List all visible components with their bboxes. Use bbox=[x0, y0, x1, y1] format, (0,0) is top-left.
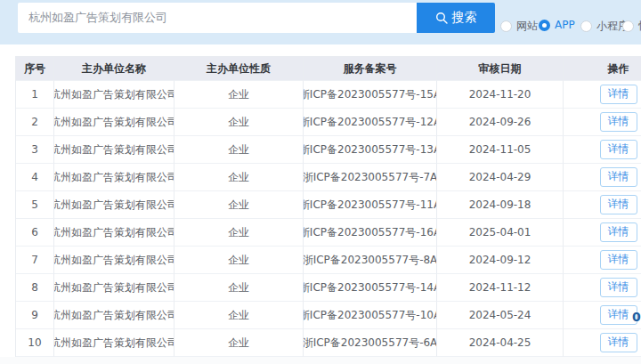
radio-app[interactable]: APP bbox=[539, 19, 575, 31]
cell-organizer-nature: 企业 bbox=[174, 136, 304, 164]
cell-license-number: 浙ICP备2023005577号-10A bbox=[304, 302, 437, 329]
cell-license-number: 浙ICP备2023005577号-8A bbox=[304, 247, 437, 274]
search-bar: 搜索 网站 APP 小程序 快应用 bbox=[0, 0, 641, 44]
cell-license-number: 浙ICP备2023005577号-13A bbox=[304, 136, 437, 164]
cell-license-number: 浙ICP备2023005577号-16A bbox=[304, 219, 437, 247]
cell-index: 8 bbox=[16, 274, 54, 302]
cell-license-number: 浙ICP备2023005577号-14A bbox=[304, 274, 437, 302]
detail-button[interactable]: 详情 bbox=[600, 85, 637, 104]
table-row: 10 杭州如盈广告策划有限公司 企业 浙ICP备2023005577号-6A 2… bbox=[16, 329, 641, 357]
table-row: 1 杭州如盈广告策划有限公司 企业 浙ICP备2023005577号-15A 2… bbox=[16, 81, 641, 109]
cell-license-number: 浙ICP备2023005577号-12A bbox=[304, 109, 437, 136]
cell-review-date: 2024-09-18 bbox=[437, 191, 564, 219]
radio-unselected-icon bbox=[580, 20, 592, 32]
cell-review-date: 2024-04-25 bbox=[437, 329, 564, 357]
page-bottom-strip bbox=[0, 357, 641, 364]
cell-organizer-name: 杭州如盈广告策划有限公司 bbox=[54, 81, 174, 109]
radio-website[interactable]: 网站 bbox=[500, 19, 538, 34]
cell-review-date: 2024-11-05 bbox=[437, 136, 564, 164]
table-header-row: 序号 主办单位名称 主办单位性质 服务备案号 审核日期 操作 bbox=[16, 57, 641, 81]
header-license-number: 服务备案号 bbox=[304, 57, 437, 81]
cell-organizer-name: 杭州如盈广告策划有限公司 bbox=[54, 136, 174, 164]
table-row: 6 杭州如盈广告策划有限公司 企业 浙ICP备2023005577号-16A 2… bbox=[16, 219, 641, 247]
cell-organizer-nature: 企业 bbox=[174, 274, 304, 302]
radio-app-label: APP bbox=[555, 19, 575, 31]
cell-review-date: 2024-09-12 bbox=[437, 247, 564, 274]
header-organizer-name: 主办单位名称 bbox=[54, 57, 174, 81]
cell-organizer-name: 杭州如盈广告策划有限公司 bbox=[54, 109, 174, 136]
search-button-label: 搜索 bbox=[452, 10, 477, 26]
cell-index: 9 bbox=[16, 302, 54, 329]
header-review-date: 审核日期 bbox=[437, 57, 564, 81]
detail-button[interactable]: 详情 bbox=[600, 250, 637, 270]
detail-button[interactable]: 详情 bbox=[600, 140, 637, 159]
cell-index: 3 bbox=[16, 136, 54, 164]
radio-unselected-icon bbox=[500, 20, 512, 32]
cell-organizer-nature: 企业 bbox=[174, 81, 304, 109]
cell-index: 2 bbox=[16, 109, 54, 136]
cell-organizer-nature: 企业 bbox=[174, 302, 304, 329]
cell-organizer-nature: 企业 bbox=[174, 164, 304, 191]
cell-index: 5 bbox=[16, 191, 54, 219]
detail-button[interactable]: 详情 bbox=[600, 167, 637, 187]
detail-button[interactable]: 详情 bbox=[600, 278, 637, 297]
radio-unselected-icon bbox=[622, 20, 634, 32]
cell-license-number: 浙ICP备2023005577号-7A bbox=[304, 164, 437, 191]
cell-review-date: 2024-11-20 bbox=[437, 81, 564, 109]
cell-organizer-nature: 企业 bbox=[174, 191, 304, 219]
stray-text: 0 bbox=[632, 310, 641, 324]
cell-organizer-name: 杭州如盈广告策划有限公司 bbox=[54, 329, 174, 357]
cell-review-date: 2024-09-26 bbox=[437, 109, 564, 136]
cell-organizer-nature: 企业 bbox=[174, 247, 304, 274]
detail-button[interactable]: 详情 bbox=[600, 222, 637, 242]
radio-selected-icon bbox=[539, 20, 550, 31]
cell-index: 6 bbox=[16, 219, 54, 247]
cell-organizer-name: 杭州如盈广告策划有限公司 bbox=[54, 191, 174, 219]
cell-organizer-name: 杭州如盈广告策划有限公司 bbox=[54, 302, 174, 329]
cell-review-date: 2025-04-01 bbox=[437, 219, 564, 247]
search-button[interactable]: 搜索 bbox=[417, 3, 495, 33]
detail-button[interactable]: 详情 bbox=[600, 112, 637, 132]
radio-quickapp[interactable]: 快应用 bbox=[622, 19, 641, 34]
search-box: 搜索 bbox=[18, 3, 495, 33]
cell-organizer-name: 杭州如盈广告策划有限公司 bbox=[54, 219, 174, 247]
cell-review-date: 2024-11-12 bbox=[437, 274, 564, 302]
table-row: 5 杭州如盈广告策划有限公司 企业 浙ICP备2023005577号-11A 2… bbox=[16, 191, 641, 219]
cell-index: 10 bbox=[16, 329, 54, 357]
cell-organizer-name: 杭州如盈广告策划有限公司 bbox=[54, 274, 174, 302]
cell-organizer-name: 杭州如盈广告策划有限公司 bbox=[54, 164, 174, 191]
cell-organizer-nature: 企业 bbox=[174, 219, 304, 247]
results-table: 序号 主办单位名称 主办单位性质 服务备案号 审核日期 操作 1 杭州如盈广告策… bbox=[15, 56, 641, 357]
header-organizer-nature: 主办单位性质 bbox=[174, 57, 304, 81]
table-row: 3 杭州如盈广告策划有限公司 企业 浙ICP备2023005577号-13A 2… bbox=[16, 136, 641, 164]
cell-organizer-nature: 企业 bbox=[174, 329, 304, 357]
table-row: 4 杭州如盈广告策划有限公司 企业 浙ICP备2023005577号-7A 20… bbox=[16, 164, 641, 191]
table-row: 2 杭州如盈广告策划有限公司 企业 浙ICP备2023005577号-12A 2… bbox=[16, 109, 641, 136]
cell-index: 7 bbox=[16, 247, 54, 274]
header-action: 操作 bbox=[564, 57, 641, 81]
table-row: 7 杭州如盈广告策划有限公司 企业 浙ICP备2023005577号-8A 20… bbox=[16, 247, 641, 274]
table-row: 8 杭州如盈广告策划有限公司 企业 浙ICP备2023005577号-14A 2… bbox=[16, 274, 641, 302]
cell-organizer-nature: 企业 bbox=[174, 109, 304, 136]
cell-index: 1 bbox=[16, 81, 54, 109]
search-input[interactable] bbox=[18, 3, 417, 33]
table-row: 9 杭州如盈广告策划有限公司 企业 浙ICP备2023005577号-10A 2… bbox=[16, 302, 641, 329]
cell-organizer-name: 杭州如盈广告策划有限公司 bbox=[54, 247, 174, 274]
cell-license-number: 浙ICP备2023005577号-15A bbox=[304, 81, 437, 109]
detail-button[interactable]: 详情 bbox=[600, 195, 637, 214]
cell-index: 4 bbox=[16, 164, 54, 191]
radio-website-label: 网站 bbox=[516, 19, 538, 34]
cell-review-date: 2024-05-24 bbox=[437, 302, 564, 329]
cell-review-date: 2024-04-29 bbox=[437, 164, 564, 191]
cell-license-number: 浙ICP备2023005577号-6A bbox=[304, 329, 437, 357]
radio-miniprogram[interactable]: 小程序 bbox=[580, 19, 629, 34]
header-index: 序号 bbox=[16, 57, 54, 81]
cell-license-number: 浙ICP备2023005577号-11A bbox=[304, 191, 437, 219]
search-icon bbox=[435, 12, 448, 24]
detail-button[interactable]: 详情 bbox=[600, 333, 637, 352]
